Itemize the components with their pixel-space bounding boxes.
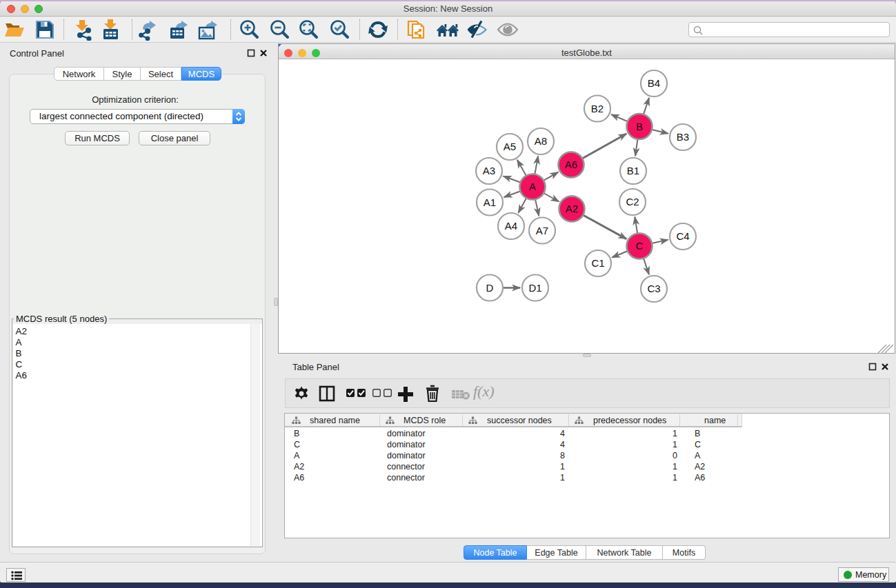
svg-text:A2: A2: [566, 203, 578, 214]
svg-text:A3: A3: [483, 165, 495, 176]
svg-text:A4: A4: [505, 220, 517, 232]
svg-text:B1: B1: [627, 165, 639, 176]
svg-text:A5: A5: [504, 141, 516, 152]
svg-text:A: A: [529, 181, 536, 192]
svg-text:B2: B2: [591, 103, 604, 114]
svg-text:C4: C4: [676, 230, 689, 242]
svg-text:C2: C2: [626, 196, 639, 207]
svg-text:A1: A1: [484, 196, 496, 208]
svg-text:D: D: [486, 282, 494, 294]
svg-text:C3: C3: [647, 283, 660, 294]
svg-text:A6: A6: [565, 159, 577, 170]
svg-text:C: C: [636, 240, 644, 252]
svg-text:B: B: [636, 121, 643, 132]
svg-text:A8: A8: [535, 135, 547, 147]
svg-text:A7: A7: [536, 225, 548, 236]
svg-text:C1: C1: [591, 257, 604, 269]
svg-text:B4: B4: [648, 77, 660, 89]
svg-text:D1: D1: [528, 282, 541, 294]
svg-text:B3: B3: [677, 131, 689, 143]
